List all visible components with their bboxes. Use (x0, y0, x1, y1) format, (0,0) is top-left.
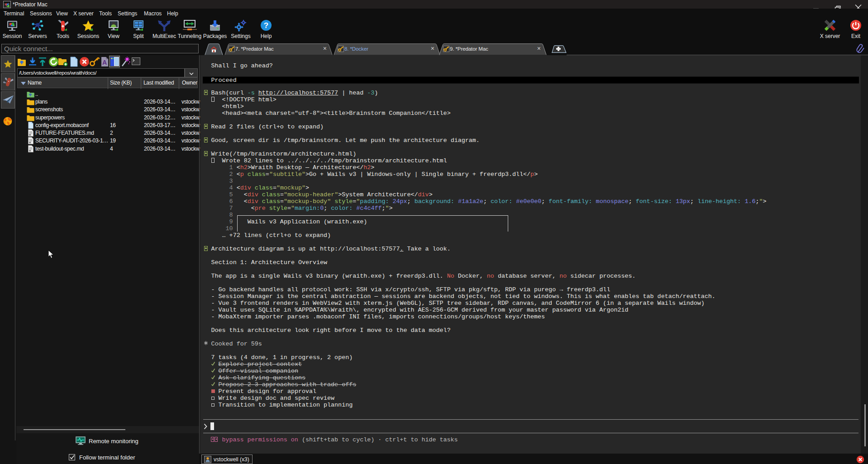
svg-text:A: A (102, 59, 107, 66)
svg-text:?: ? (264, 21, 268, 30)
